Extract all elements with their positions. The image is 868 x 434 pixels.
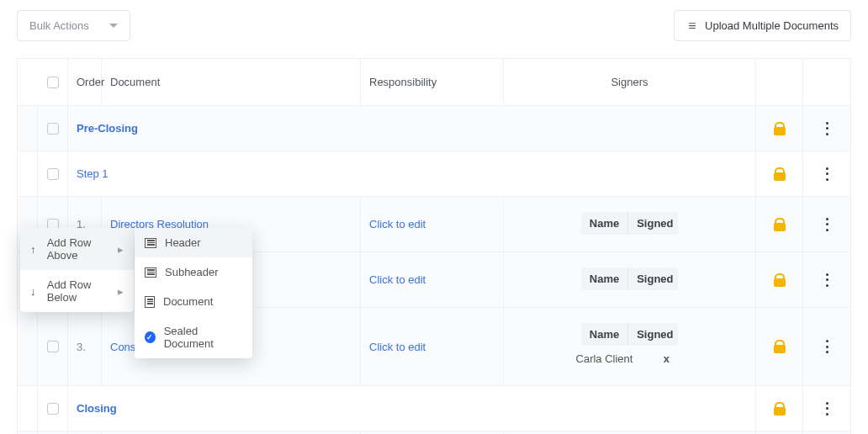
row-order: 3. [77, 341, 86, 353]
section-preclosing-row: Pre-Closing [18, 106, 850, 151]
row-checkbox[interactable] [47, 403, 59, 415]
row-type-document-label: Document [163, 295, 213, 308]
signers-name-col: Name [581, 212, 627, 235]
section-preclosing-link[interactable]: Pre-Closing [77, 122, 138, 135]
section-step1-row: Step 1 [18, 151, 850, 197]
row-menu-button[interactable] [826, 273, 828, 287]
lock-icon[interactable] [774, 122, 786, 135]
row-menu-button[interactable] [826, 340, 828, 353]
arrow-down-icon [30, 285, 39, 297]
table-header-row: Order Document Responsibility Signers [18, 59, 850, 106]
row-menu-button[interactable] [826, 122, 828, 135]
add-row-above-label: Add Row Above [47, 236, 109, 262]
row-type-subheader-item[interactable]: Subheader [135, 257, 252, 287]
lock-icon[interactable] [774, 402, 786, 415]
seal-icon: ✓ [145, 331, 156, 343]
row-type-menu: Header Subheader Document ✓ Sealed Docum… [135, 228, 252, 358]
lock-icon[interactable] [774, 273, 786, 287]
lock-icon[interactable] [774, 218, 786, 231]
upload-button-label: Upload Multiple Documents [705, 19, 839, 32]
bulk-actions-select[interactable]: Bulk Actions [17, 10, 130, 41]
signers-signed-col: Signed [627, 267, 678, 290]
add-row-below-label: Add Row Below [47, 278, 109, 304]
responsibility-edit[interactable]: Click to edit [369, 273, 426, 286]
signers-header: Name Signed [581, 267, 678, 290]
chevron-right-icon: ▸ [118, 285, 124, 298]
responsibility-edit[interactable]: Click to edit [369, 218, 426, 230]
signers-signed-col: Signed [627, 323, 678, 346]
row-menu-button[interactable] [826, 402, 828, 415]
responsibility-edit[interactable]: Click to edit [369, 341, 426, 353]
col-order-label: Order [77, 76, 104, 88]
chevron-down-icon [109, 24, 118, 28]
signers-name-col: Name [581, 267, 627, 290]
signer-name: Carla Client [568, 347, 642, 370]
lock-icon[interactable] [774, 167, 786, 181]
row-checkbox[interactable] [47, 123, 59, 135]
row-type-header-label: Header [165, 236, 201, 249]
signers-header: Name Signed [581, 323, 678, 346]
row-type-document-item[interactable]: Document [135, 287, 252, 316]
subheader-icon [145, 267, 156, 278]
lock-icon[interactable] [774, 340, 786, 353]
select-all-checkbox[interactable] [47, 77, 59, 88]
section-closing-link[interactable]: Closing [77, 402, 117, 415]
signer-signed: x [641, 347, 691, 370]
signers-name-col: Name [581, 323, 627, 346]
arrow-up-icon [30, 243, 39, 255]
signer-row: Carla Client x [568, 347, 692, 370]
signers-signed-col: Signed [627, 212, 678, 235]
row-type-header-item[interactable]: Header [135, 228, 252, 257]
upload-multiple-button[interactable]: Upload Multiple Documents [674, 10, 851, 41]
list-icon [686, 20, 698, 32]
section-step1-link[interactable]: Step 1 [77, 167, 108, 180]
row-type-subheader-label: Subheader [165, 266, 219, 278]
row-checkbox[interactable] [47, 168, 59, 180]
bulk-actions-label: Bulk Actions [29, 19, 89, 32]
add-row-menu: Add Row Above ▸ Add Row Below ▸ [20, 228, 134, 312]
row-menu-button[interactable] [826, 167, 828, 181]
add-row-below-item[interactable]: Add Row Below ▸ [20, 270, 134, 312]
add-row-above-item[interactable]: Add Row Above ▸ [20, 228, 134, 270]
row-type-sealed-label: Sealed Document [164, 325, 242, 350]
document-icon [145, 296, 155, 308]
col-responsibility-label: Responsibility [369, 76, 437, 88]
row-checkbox[interactable] [47, 341, 59, 352]
signers-header: Name Signed [581, 212, 678, 235]
col-document-label: Document [110, 76, 160, 88]
chevron-right-icon: ▸ [118, 243, 124, 256]
col-signers-label: Signers [611, 76, 648, 88]
row-type-sealed-item[interactable]: ✓ Sealed Document [135, 316, 252, 358]
row-menu-button[interactable] [826, 218, 828, 231]
header-icon [145, 238, 156, 248]
section-closing-row: Closing [18, 386, 850, 431]
